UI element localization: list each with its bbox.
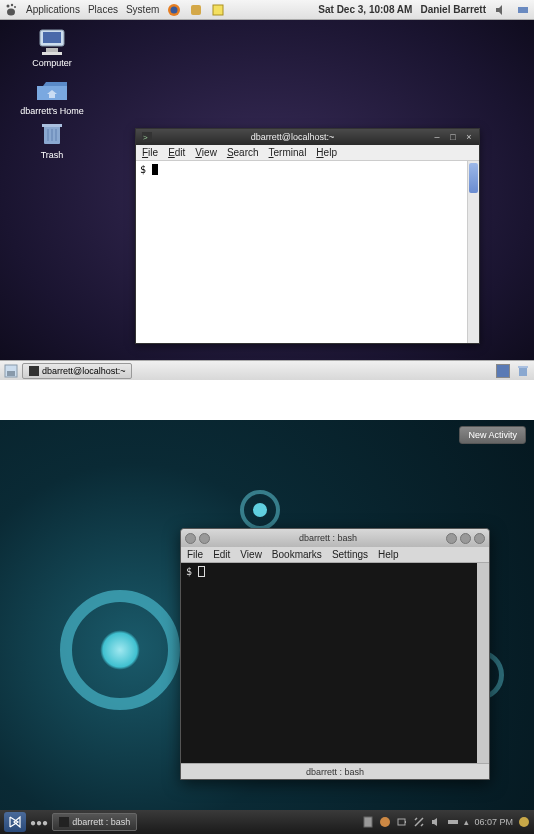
- menu-view[interactable]: View: [240, 549, 262, 560]
- menu-view[interactable]: View: [195, 147, 217, 158]
- close-button[interactable]: [474, 533, 485, 544]
- tray-updates-icon[interactable]: [379, 816, 391, 828]
- close-button[interactable]: ×: [463, 132, 475, 142]
- tray-expand-icon[interactable]: ▴: [464, 817, 469, 827]
- minimize-button[interactable]: –: [431, 132, 443, 142]
- wallpaper-ring-icon: [60, 590, 180, 710]
- scrollbar[interactable]: [467, 161, 479, 343]
- terminal-prompt: $: [140, 164, 146, 175]
- svg-rect-11: [46, 48, 58, 52]
- menu-edit[interactable]: Edit: [213, 549, 230, 560]
- desktop-icon-home[interactable]: dbarrett's Home: [14, 76, 90, 116]
- gnome-bottom-panel: dbarrett@localhost:~: [0, 360, 534, 380]
- tray-battery-icon[interactable]: [396, 816, 408, 828]
- scrollbar[interactable]: [477, 563, 489, 763]
- volume-icon[interactable]: [494, 3, 508, 17]
- menu-system[interactable]: System: [126, 4, 159, 15]
- show-desktop-icon[interactable]: [4, 364, 18, 378]
- window-menu-button[interactable]: [185, 533, 196, 544]
- tray-klipper-icon[interactable]: [362, 816, 374, 828]
- gnome-terminal-menubar: File Edit View Search Terminal Help: [136, 145, 479, 161]
- kde-konsole-tabbar[interactable]: dbarrett : bash: [181, 763, 489, 779]
- kde-desktop: New Activity dbarrett : bash File Edit V…: [0, 420, 534, 834]
- svg-rect-22: [29, 366, 39, 376]
- firefox-icon[interactable]: [167, 3, 181, 17]
- svg-rect-28: [398, 819, 405, 825]
- svg-rect-10: [43, 32, 61, 43]
- svg-point-1: [11, 3, 13, 5]
- menu-places[interactable]: Places: [88, 4, 118, 15]
- tab-label: dbarrett : bash: [306, 767, 364, 777]
- svg-rect-21: [7, 371, 15, 376]
- panel-username[interactable]: Daniel Barrett: [420, 4, 486, 15]
- svg-point-31: [519, 817, 529, 827]
- window-pin-button[interactable]: [199, 533, 210, 544]
- gnome-foot-icon: [4, 3, 18, 17]
- menu-search[interactable]: Search: [227, 147, 259, 158]
- tray-volume-icon[interactable]: [430, 816, 442, 828]
- svg-point-3: [7, 8, 15, 15]
- taskbar-item-konsole[interactable]: dbarrett : bash: [52, 813, 137, 831]
- wallpaper-ring-icon: [240, 490, 280, 530]
- tray-network-icon[interactable]: [447, 816, 459, 828]
- cashew-icon[interactable]: [518, 816, 530, 828]
- panel-clock[interactable]: Sat Dec 3, 10:08 AM: [318, 4, 412, 15]
- kde-konsole-titlebar[interactable]: dbarrett : bash: [181, 529, 489, 547]
- svg-rect-23: [519, 367, 527, 376]
- gnome-terminal-titlebar[interactable]: > dbarrett@localhost:~ – □ ×: [136, 129, 479, 145]
- taskbar-item-terminal[interactable]: dbarrett@localhost:~: [22, 363, 132, 379]
- kde-panel: ●●● dbarrett : bash ▴ 06:07 PM: [0, 810, 534, 834]
- terminal-icon: >: [140, 130, 154, 144]
- kde-konsole-window: dbarrett : bash File Edit View Bookmarks…: [180, 528, 490, 780]
- menu-file[interactable]: File: [142, 147, 158, 158]
- menu-terminal[interactable]: Terminal: [269, 147, 307, 158]
- svg-rect-14: [42, 124, 62, 127]
- svg-rect-6: [191, 5, 201, 15]
- menu-applications[interactable]: Applications: [26, 4, 80, 15]
- desktop-icon-trash[interactable]: Trash: [22, 120, 82, 160]
- minimize-button[interactable]: [446, 533, 457, 544]
- svg-rect-12: [42, 52, 62, 55]
- menu-file[interactable]: File: [187, 549, 203, 560]
- svg-point-2: [14, 6, 16, 8]
- tray-tools-icon[interactable]: [413, 816, 425, 828]
- menu-settings[interactable]: Settings: [332, 549, 368, 560]
- kickoff-menu-button[interactable]: [4, 812, 26, 832]
- cursor-icon: [152, 164, 158, 175]
- cursor-icon: [198, 566, 205, 577]
- panel-clock[interactable]: 06:07 PM: [474, 817, 513, 827]
- svg-rect-25: [59, 817, 69, 827]
- maximize-button[interactable]: [460, 533, 471, 544]
- window-title: dbarrett : bash: [210, 533, 446, 543]
- menu-help[interactable]: Help: [378, 549, 399, 560]
- taskbar-item-label: dbarrett : bash: [72, 817, 130, 827]
- terminal-prompt: $: [186, 566, 192, 577]
- gnome-top-panel: Applications Places System Sat Dec 3, 10…: [0, 0, 534, 20]
- svg-rect-29: [405, 821, 406, 823]
- app-launcher-icon[interactable]: [189, 3, 203, 17]
- network-icon[interactable]: [516, 3, 530, 17]
- menu-bookmarks[interactable]: Bookmarks: [272, 549, 322, 560]
- kde-konsole-content[interactable]: $: [181, 563, 489, 763]
- activity-button[interactable]: ●●●: [30, 817, 48, 828]
- kde-konsole-menubar: File Edit View Bookmarks Settings Help: [181, 547, 489, 563]
- svg-rect-7: [213, 5, 223, 15]
- scrollbar-thumb[interactable]: [469, 163, 478, 193]
- new-activity-button[interactable]: New Activity: [459, 426, 526, 444]
- maximize-button[interactable]: □: [447, 132, 459, 142]
- desktop-icon-label: Computer: [22, 58, 82, 68]
- svg-rect-26: [364, 817, 372, 827]
- svg-text:>: >: [143, 133, 148, 142]
- menu-help[interactable]: Help: [316, 147, 337, 158]
- desktop-icon-computer[interactable]: Computer: [22, 28, 82, 68]
- gnome-terminal-content[interactable]: $: [136, 161, 479, 343]
- desktop-icon-label: Trash: [22, 150, 82, 160]
- trash-panel-icon[interactable]: [516, 364, 530, 378]
- taskbar-item-label: dbarrett@localhost:~: [42, 366, 125, 376]
- svg-rect-30: [448, 820, 458, 824]
- menu-edit[interactable]: Edit: [168, 147, 185, 158]
- notes-icon[interactable]: [211, 3, 225, 17]
- workspace-switcher[interactable]: [496, 364, 510, 378]
- window-title: dbarrett@localhost:~: [154, 132, 431, 142]
- gnome-terminal-window: > dbarrett@localhost:~ – □ × File Edit V…: [135, 128, 480, 344]
